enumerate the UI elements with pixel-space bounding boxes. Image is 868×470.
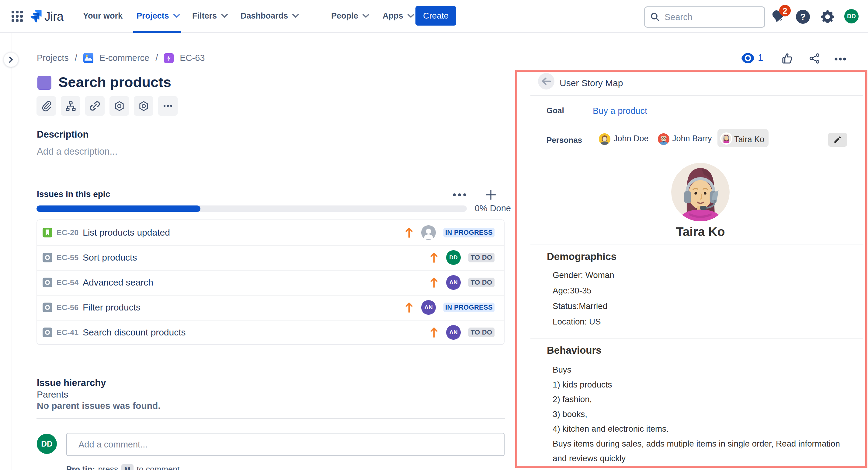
svg-text:2: 2 (782, 6, 787, 16)
